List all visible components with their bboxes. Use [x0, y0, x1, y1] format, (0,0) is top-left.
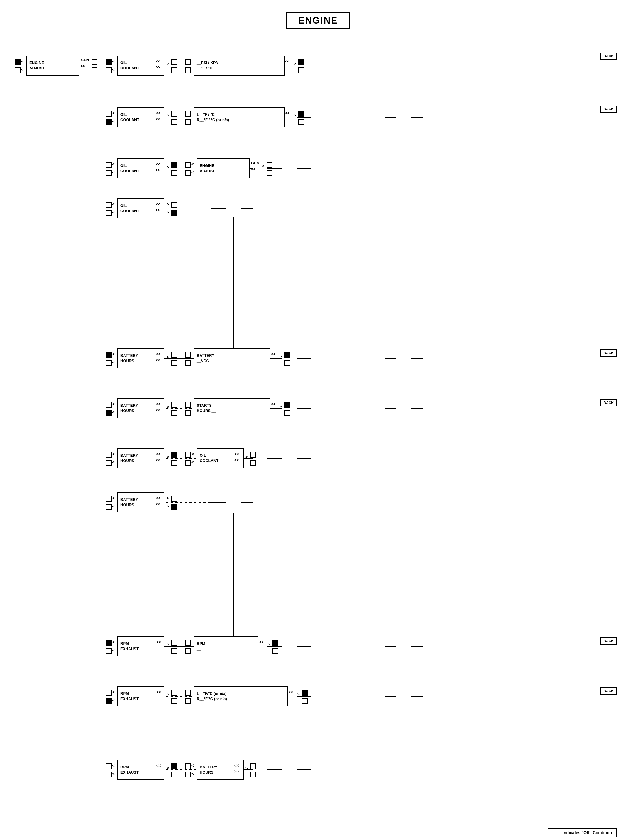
oc1-gg: >>: [156, 65, 160, 69]
oc1-ind-left2: [106, 67, 112, 73]
oc2-mid1: [185, 111, 191, 117]
oc3-mid2: [185, 170, 191, 176]
temp-lr-line2: R__°F / °C (or n/a): [197, 117, 282, 123]
oc1-mid2: [185, 67, 191, 73]
bh-rpm3-gg: >>: [234, 769, 239, 774]
bh1-lt1: <: [112, 352, 115, 356]
bh4-ll: <<: [156, 496, 160, 500]
bh3-ind2: [106, 460, 112, 466]
back-box-1[interactable]: BACK: [600, 53, 617, 60]
psi-rt-filled: [298, 59, 304, 65]
engine-lt-label: <: [21, 59, 24, 63]
oc2-gg: >>: [156, 117, 160, 121]
oc3-ind-left1: [106, 162, 112, 168]
bh4-ind1: [106, 496, 112, 502]
bh3-mid2: [185, 460, 191, 466]
bh2-rt2: [172, 410, 177, 416]
bh1-rt2: [172, 360, 177, 366]
rpm2-lt2: <: [112, 698, 115, 703]
back-box-9[interactable]: BACK: [600, 638, 617, 644]
bh4-line2: HOURS: [120, 502, 155, 508]
rpm1-mid2: [185, 648, 191, 654]
rpm1-mid1: [185, 640, 191, 646]
rpm-display-box: RPM __: [194, 636, 258, 656]
back-box-6[interactable]: BACK: [600, 399, 617, 406]
oc4-ind-left2: [106, 210, 112, 216]
oc-bh3-rt1: [250, 452, 256, 458]
bh3-rt-filled: [172, 452, 177, 458]
bh1-ind2: [106, 360, 112, 366]
bh4-gt2: >: [167, 504, 169, 508]
bvdc-rt2: [284, 360, 290, 366]
legend-text: - - - - Indicates "OR" Condition: [553, 830, 612, 835]
bh2-lt1: <: [112, 402, 115, 406]
temp-lr-ll: <<: [285, 111, 289, 115]
oc3-ll: <<: [156, 162, 160, 166]
bvdc-gt: >: [280, 354, 282, 358]
bh2-lt2: <: [112, 410, 115, 414]
bvdc-ll: <<: [271, 352, 275, 356]
oc-bh3-line2: COOLANT: [200, 458, 234, 464]
bh3-lt1: <: [112, 452, 115, 456]
bh2-gg: >>: [156, 407, 160, 412]
oc3-rt2: [172, 170, 177, 176]
oc1-lt2: <: [112, 67, 115, 72]
temp-lr-rt2: [298, 119, 304, 125]
engine-adjust-box: ENGINE ADJUST: [27, 55, 79, 76]
oc-bh3-line1: OIL: [200, 453, 234, 458]
oc1-rt1: [172, 59, 177, 65]
oc3-ind-left2: [106, 170, 112, 176]
bh-rpm3-ll: <<: [234, 763, 239, 768]
indicator-engine-right1: [91, 59, 98, 65]
oc1-lt1: <: [112, 59, 115, 63]
bh1-mid1: [185, 352, 191, 358]
sh-line1: STARTS __: [197, 403, 267, 408]
bh1-ll: <<: [156, 352, 160, 356]
rpm2-mid2: [185, 698, 191, 704]
rpm2-rt2: [172, 698, 177, 704]
rpm-disp-line1: RPM: [197, 641, 255, 646]
rpm1-line2: EXHAUST: [120, 646, 161, 652]
oc3-line1: OIL: [120, 163, 155, 168]
rpm1-line1: RPM: [120, 641, 161, 646]
rpm-disp-gt: >: [268, 642, 270, 647]
back-box-5[interactable]: BACK: [600, 349, 617, 357]
ea-right-line2: ADJUST: [200, 168, 247, 174]
back-box-2[interactable]: BACK: [600, 106, 617, 112]
rpm-disp-rt-filled: [272, 640, 279, 646]
bh1-ind-filled: [106, 352, 112, 358]
oc-bh3-gg: >>: [234, 458, 239, 462]
rpm3-line2: EXHAUST: [120, 770, 161, 775]
rpm1-ll: <<: [156, 640, 161, 644]
bh-rpm3-rt2: [250, 772, 256, 777]
starts-hours-box: STARTS __ HOURS __: [194, 398, 270, 418]
ea-right-line1: ENGINE: [200, 163, 247, 168]
bh1-gg: >>: [156, 358, 160, 362]
oc1-gt: >: [167, 62, 169, 66]
oc1-ind-left-filled: [106, 59, 112, 65]
engine-line2: ADJUST: [29, 66, 76, 71]
rpm3-mid-lt1: <: [192, 763, 194, 768]
ea-right-rt1: [267, 162, 272, 168]
engine-arrows-label: >>: [81, 64, 85, 68]
bvdc-line1: BATTERY: [197, 353, 267, 358]
temp-lr2-box: L__°F/°C (or n/a) R__°F/°C (or n/a): [194, 686, 288, 706]
oc4-lt2: <: [112, 210, 115, 215]
bh3-mid1: [185, 452, 191, 458]
psi-gt: >: [294, 62, 296, 66]
oc3-gg: >>: [156, 168, 160, 172]
rpm2-lt1: <: [112, 690, 115, 694]
bh4-rt1: [172, 496, 177, 502]
back-box-10[interactable]: BACK: [600, 687, 617, 695]
psi-kpa-box: __PSI / KPA __°F / °C: [194, 55, 285, 76]
temp-lr-rt-filled: [298, 111, 304, 117]
rpm2-gt: >: [167, 692, 169, 696]
rpm3-line1: RPM: [120, 764, 161, 770]
oc3-mid1: [185, 162, 191, 168]
oc3-line2: COOLANT: [120, 168, 155, 174]
temp-lr2-gt: >: [297, 692, 299, 696]
bh3-ind1: [106, 452, 112, 458]
engine-line1: ENGINE: [29, 60, 76, 66]
bh2-rt1: [172, 402, 177, 407]
oc1-line1: OIL: [120, 60, 155, 66]
